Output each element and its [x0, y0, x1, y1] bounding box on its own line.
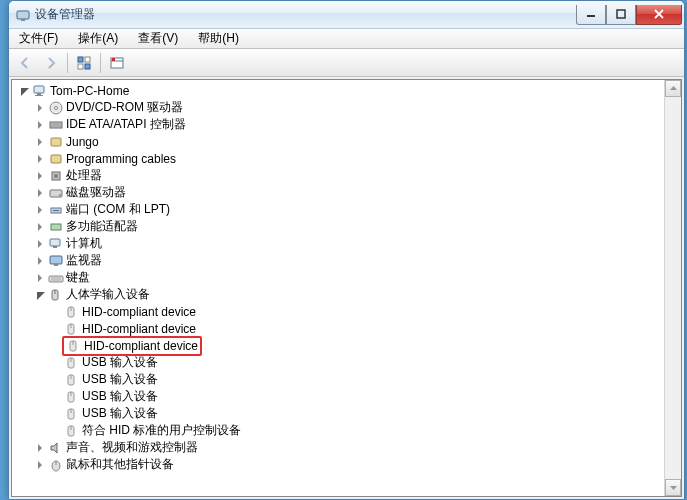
- svg-rect-14: [37, 93, 41, 95]
- expander-icon[interactable]: [32, 253, 48, 269]
- expander-icon[interactable]: [32, 219, 48, 235]
- node-label: Programming cables: [66, 152, 176, 166]
- menu-action[interactable]: 操作(A): [72, 28, 124, 49]
- scroll-up-arrow[interactable]: [665, 80, 681, 97]
- menu-help[interactable]: 帮助(H): [192, 28, 245, 49]
- svg-rect-31: [51, 224, 61, 230]
- tree-category[interactable]: 磁盘驱动器: [12, 184, 681, 201]
- tree-category[interactable]: 人体学输入设备: [12, 286, 681, 303]
- tree-category[interactable]: 鼠标和其他指针设备: [12, 456, 681, 473]
- hid-dev-icon: [64, 423, 80, 439]
- scroll-down-arrow[interactable]: [665, 479, 681, 496]
- scroll-track[interactable]: [665, 97, 681, 479]
- node-label: HID-compliant device: [82, 322, 196, 336]
- expander-icon[interactable]: [32, 202, 48, 218]
- computer-icon: [48, 236, 64, 252]
- tree-category[interactable]: 多功能适配器: [12, 218, 681, 235]
- tree-device[interactable]: HID-compliant device: [12, 337, 681, 354]
- tree-category[interactable]: DVD/CD-ROM 驱动器: [12, 99, 681, 116]
- hid-dev-icon: [66, 338, 82, 354]
- tree-device[interactable]: HID-compliant device: [12, 320, 681, 337]
- expander-icon[interactable]: [32, 270, 48, 286]
- expander-icon[interactable]: [32, 287, 48, 303]
- hid-dev-icon: [64, 406, 80, 422]
- disc-icon: [48, 100, 64, 116]
- hid-dev-icon: [64, 321, 80, 337]
- node-label: USB 输入设备: [82, 405, 158, 422]
- monitor-icon: [48, 253, 64, 269]
- tree-device[interactable]: USB 输入设备: [12, 388, 681, 405]
- expander-icon[interactable]: [32, 117, 48, 133]
- svg-rect-12: [112, 58, 115, 61]
- cpu-icon: [48, 168, 64, 184]
- tree-category[interactable]: IDE ATA/ATAPI 控制器: [12, 116, 681, 133]
- svg-rect-36: [49, 276, 63, 282]
- adapter-icon: [48, 219, 64, 235]
- disk-icon: [48, 185, 64, 201]
- tree-category[interactable]: 键盘: [12, 269, 681, 286]
- expander-icon[interactable]: [32, 100, 48, 116]
- computer-icon: [32, 83, 48, 99]
- node-label: USB 输入设备: [82, 354, 158, 371]
- back-button[interactable]: [13, 51, 37, 75]
- generic-icon: [48, 134, 64, 150]
- tree-category[interactable]: 计算机: [12, 235, 681, 252]
- tree-device[interactable]: HID-compliant device: [12, 303, 681, 320]
- tree-device[interactable]: USB 输入设备: [12, 354, 681, 371]
- node-label: 计算机: [66, 235, 102, 252]
- tree-root[interactable]: Tom-PC-Home: [12, 82, 681, 99]
- svg-rect-6: [78, 57, 83, 62]
- tree-category[interactable]: Programming cables: [12, 150, 681, 167]
- tree-device[interactable]: USB 输入设备: [12, 405, 681, 422]
- svg-rect-13: [34, 86, 44, 93]
- show-hidden-button[interactable]: [72, 51, 96, 75]
- toolbar: [9, 49, 684, 77]
- expander-icon[interactable]: [32, 457, 48, 473]
- menu-view[interactable]: 查看(V): [132, 28, 184, 49]
- properties-button[interactable]: [105, 51, 129, 75]
- svg-point-26: [59, 194, 61, 196]
- tree-device[interactable]: USB 输入设备: [12, 371, 681, 388]
- expander-icon[interactable]: [16, 83, 32, 99]
- menu-file[interactable]: 文件(F): [13, 28, 64, 49]
- forward-button[interactable]: [39, 51, 63, 75]
- device-tree[interactable]: Tom-PC-HomeDVD/CD-ROM 驱动器IDE ATA/ATAPI 控…: [12, 80, 681, 496]
- hid-icon: [48, 287, 64, 303]
- node-label: Tom-PC-Home: [50, 84, 129, 98]
- expander-icon[interactable]: [32, 185, 48, 201]
- tree-panel: Tom-PC-HomeDVD/CD-ROM 驱动器IDE ATA/ATAPI 控…: [11, 79, 682, 497]
- expander-icon[interactable]: [32, 151, 48, 167]
- tree-category[interactable]: 监视器: [12, 252, 681, 269]
- minimize-button[interactable]: [576, 5, 606, 25]
- port-icon: [48, 202, 64, 218]
- expander-icon[interactable]: [32, 168, 48, 184]
- node-label: HID-compliant device: [84, 339, 198, 353]
- expander-icon[interactable]: [32, 134, 48, 150]
- svg-rect-8: [78, 64, 83, 69]
- tree-category[interactable]: 声音、视频和游戏控制器: [12, 439, 681, 456]
- node-label: 监视器: [66, 252, 102, 269]
- maximize-button[interactable]: [606, 5, 636, 25]
- node-label: IDE ATA/ATAPI 控制器: [66, 116, 186, 133]
- svg-rect-1: [21, 19, 25, 21]
- close-button[interactable]: [636, 5, 682, 25]
- svg-rect-15: [35, 95, 43, 96]
- node-label: 人体学输入设备: [66, 286, 150, 303]
- vertical-scrollbar[interactable]: [664, 80, 681, 496]
- tree-device[interactable]: 符合 HID 标准的用户控制设备: [12, 422, 681, 439]
- node-label: 处理器: [66, 167, 102, 184]
- tree-category[interactable]: 处理器: [12, 167, 681, 184]
- titlebar[interactable]: 设备管理器: [9, 1, 684, 29]
- expander-icon[interactable]: [32, 236, 48, 252]
- node-label: 键盘: [66, 269, 90, 286]
- svg-rect-21: [51, 138, 61, 146]
- svg-rect-35: [54, 264, 58, 266]
- tree-category[interactable]: 端口 (COM 和 LPT): [12, 201, 681, 218]
- tree-category[interactable]: Jungo: [12, 133, 681, 150]
- hid-dev-icon: [64, 389, 80, 405]
- expander-icon[interactable]: [32, 440, 48, 456]
- node-label: USB 输入设备: [82, 371, 158, 388]
- node-label: 磁盘驱动器: [66, 184, 126, 201]
- node-label: 端口 (COM 和 LPT): [66, 201, 170, 218]
- svg-rect-33: [53, 246, 57, 248]
